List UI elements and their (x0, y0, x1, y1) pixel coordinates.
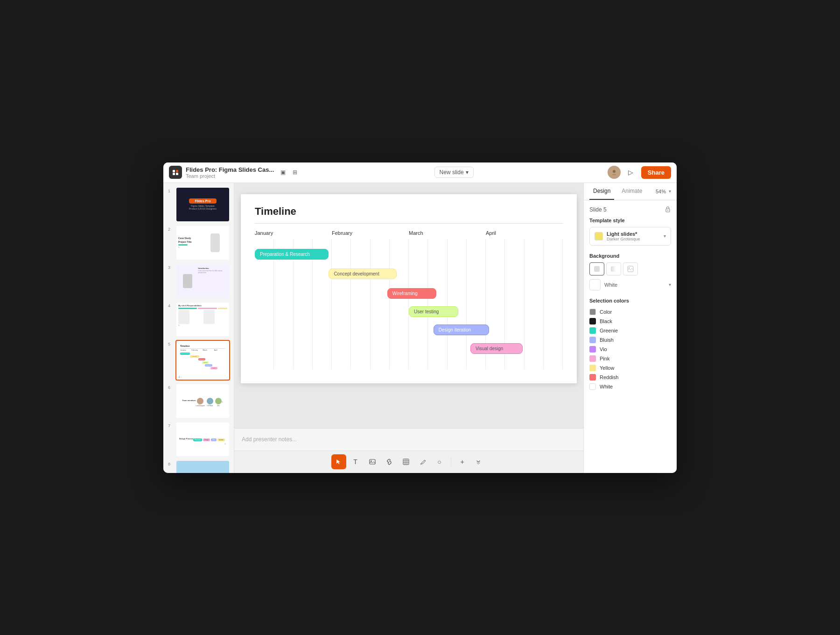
tl-item-concept[interactable]: Concept development (329, 268, 396, 279)
shape-tool-button[interactable]: ○ (432, 454, 447, 469)
tl-item-designiteration[interactable]: Design iteration (434, 325, 489, 335)
slide-thumb-4[interactable]: My role & Responsibilities (175, 302, 230, 337)
zoom-level: 54% (656, 189, 666, 194)
canvas-scroll: Timeline January February March April (234, 183, 583, 428)
tab-animate[interactable]: Animate (618, 183, 646, 200)
slide-thumb-7[interactable]: Design Process Research Design Test Laun… (175, 422, 230, 457)
tl-item-label-visualdesign: Visual design (476, 346, 503, 351)
timeline-months: January February March April (255, 230, 563, 236)
table-tool-button[interactable] (399, 454, 413, 469)
slide-7-num: 7 (168, 423, 170, 428)
share-button[interactable]: Share (641, 166, 671, 179)
tl-item-label-designiteration: Design iteration (439, 327, 471, 332)
timeline-divider (255, 223, 563, 224)
color-dot-black (589, 318, 596, 325)
image-tool-button[interactable] (365, 454, 380, 469)
view-icon-group: ▣ ⊞ (278, 167, 300, 177)
zoom-dropdown-icon[interactable]: ▾ (669, 189, 671, 194)
selection-colors-title: Selection colors (589, 298, 671, 303)
slide-3-wrapper: 3 Introduction Lorem ipsum text here for… (175, 263, 230, 299)
text-tool-button[interactable]: T (348, 454, 363, 469)
toolbar-right: ▷ Share (608, 166, 671, 179)
color-dot-bluish (589, 337, 596, 343)
tl-item-preparation[interactable]: Preparation & Research (255, 249, 329, 260)
tl-item-label-preparation: Preparation & Research (260, 252, 310, 257)
color-item-bluish[interactable]: Bluish (589, 335, 671, 345)
tool-separator (451, 457, 451, 466)
color-item-vio[interactable]: Vio (589, 345, 671, 354)
background-title: Background (589, 253, 671, 259)
tl-item-visualdesign[interactable]: Visual design (470, 343, 523, 354)
slide-thumb-3[interactable]: Introduction Lorem ipsum text here for s… (175, 263, 230, 299)
color-item-yellow[interactable]: Yellow (589, 363, 671, 373)
grid-view-icon[interactable]: ▣ (278, 167, 288, 177)
color-item-color[interactable]: Color (589, 307, 671, 317)
slide-5-wrapper: 5 Timeline January February March (175, 340, 230, 381)
slide-8-wrapper: 8 (175, 460, 230, 473)
template-style-section: Template style Light slides* Darker Grot… (589, 218, 671, 246)
color-item-white[interactable]: White (589, 382, 671, 391)
svg-point-4 (613, 170, 616, 173)
color-name-pink: Pink (600, 356, 609, 361)
color-list: Color Black Greenie Bluish (589, 307, 671, 391)
background-section: Background White (589, 253, 671, 290)
select-tool-button[interactable] (331, 454, 346, 469)
slide-thumb-5[interactable]: Timeline January February March April Pr… (175, 340, 230, 381)
slide-4-wrapper: 4 My role & Responsibilities (175, 302, 230, 337)
bg-options (589, 262, 671, 275)
slide-1-wrapper: 1 Flides Pro Figma Slides Template Produ… (175, 187, 230, 222)
color-item-black[interactable]: Black (589, 317, 671, 326)
play-button[interactable]: ▷ (624, 166, 637, 179)
svg-point-17 (629, 267, 630, 268)
zoom-controls: 54% ▾ (656, 183, 671, 200)
slide-thumb-1[interactable]: Flides Pro Figma Slides Template Product… (175, 187, 230, 222)
tab-design[interactable]: Design (589, 183, 614, 200)
slide-6-wrapper: 6 Team members Lead Designer (175, 383, 230, 419)
timeline-grid: Preparation & Research Concept developme… (255, 239, 563, 369)
tl-item-label-wireframing: Wireframing (392, 291, 418, 296)
color-name-reddish: Reddish (600, 374, 618, 380)
new-slide-button[interactable]: New slide ▾ (434, 167, 474, 178)
user-avatar (608, 166, 621, 179)
color-name-color: Color (600, 309, 612, 315)
template-style-box[interactable]: Light slides* Darker Grotesque ▾ (589, 227, 671, 246)
slide-thumb-2[interactable]: Case Study Project Title 4○ (175, 225, 230, 261)
notes-placeholder[interactable]: Add presenter notes... (242, 436, 297, 443)
color-item-greenie[interactable]: Greenie (589, 326, 671, 335)
color-item-reddish[interactable]: Reddish (589, 373, 671, 382)
color-name-vio: Vio (600, 346, 607, 352)
svg-rect-1 (176, 170, 178, 172)
bottom-tools: T ○ + (234, 451, 583, 473)
slide-1-num: 1 (168, 189, 170, 193)
bg-image-option[interactable] (623, 262, 638, 275)
svg-rect-3 (176, 173, 178, 175)
add-tool-button[interactable]: + (455, 454, 470, 469)
list-view-icon[interactable]: ⊞ (290, 167, 300, 177)
bg-solid-option[interactable] (589, 262, 604, 275)
link-tool-button[interactable] (382, 454, 397, 469)
new-slide-dropdown-icon: ▾ (466, 169, 469, 176)
svg-rect-0 (173, 170, 175, 172)
slide-thumb-8[interactable] (175, 460, 230, 473)
color-item-pink[interactable]: Pink (589, 354, 671, 363)
more-tool-button[interactable] (472, 454, 487, 469)
color-name-yellow: Yellow (600, 365, 614, 371)
bg-color-chevron-icon[interactable]: ▾ (669, 282, 671, 287)
bg-color-swatch[interactable] (589, 279, 601, 290)
pen-tool-button[interactable] (415, 454, 430, 469)
color-name-white: White (600, 384, 613, 389)
color-name-greenie: Greenie (600, 328, 618, 333)
logo-icon (169, 166, 182, 179)
toolbar-title-group: Flides Pro: Figma Slides Cas... Team pro… (186, 166, 274, 179)
right-panel-tabs: Design Animate 54% ▾ (584, 183, 677, 200)
tl-item-wireframing[interactable]: Wireframing (387, 288, 437, 299)
tl-item-usertesting[interactable]: User testing (409, 306, 458, 317)
slide-7-wrapper: 7 Design Process Research Design Test La… (175, 422, 230, 457)
color-name-black: Black (600, 318, 612, 324)
notes-area: Add presenter notes... (234, 428, 583, 451)
slide-canvas: Timeline January February March April (241, 194, 577, 383)
bg-gradient-option[interactable] (606, 262, 621, 275)
slide-thumb-6[interactable]: Team members Lead Designer UX Writer (175, 383, 230, 419)
month-mar: March (409, 230, 486, 236)
slide-title: Timeline (255, 205, 563, 218)
